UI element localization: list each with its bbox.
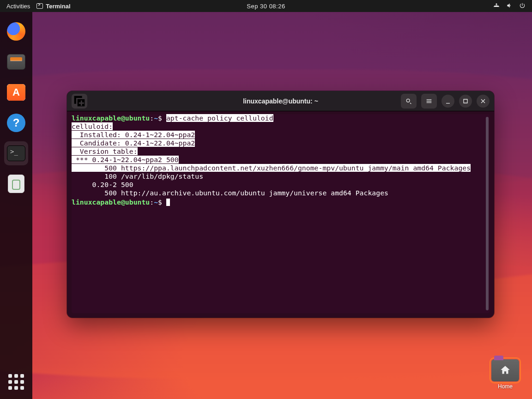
maximize-icon: [462, 97, 469, 105]
window-titlebar[interactable]: linuxcapable@ubuntu: ~: [67, 91, 494, 111]
new-tab-icon: [72, 93, 87, 109]
focused-app-name: Terminal: [46, 3, 70, 10]
terminal-icon: [7, 145, 25, 161]
search-button[interactable]: [401, 94, 417, 109]
dock-item-software[interactable]: [4, 80, 28, 104]
volume-icon[interactable]: [506, 2, 513, 10]
search-icon: [405, 97, 412, 105]
window-title: linuxcapable@ubuntu: ~: [243, 97, 318, 105]
new-tab-button[interactable]: [72, 94, 87, 109]
desktop-home-folder[interactable]: Home: [491, 359, 519, 390]
dock-item-firefox[interactable]: [4, 19, 28, 43]
home-folder-icon: [491, 359, 519, 381]
top-bar: Activities Terminal Sep 30 08:26: [0, 0, 532, 12]
minimize-icon: [444, 97, 452, 105]
focused-app-menu[interactable]: Terminal: [36, 3, 70, 10]
dock: ?: [0, 12, 32, 399]
close-icon: [479, 97, 487, 105]
power-icon[interactable]: [519, 2, 526, 10]
software-center-icon: [7, 84, 25, 101]
dock-item-files[interactable]: [4, 50, 28, 74]
desktop-home-label: Home: [498, 383, 513, 390]
terminal-viewport[interactable]: linuxcapable@ubuntu:~$ apt-cache policy …: [72, 114, 490, 313]
apps-grid-icon: [8, 374, 24, 390]
dock-item-terminal[interactable]: [4, 141, 28, 165]
terminal-window: linuxcapable@ubuntu: ~ linuxcapable@ubun…: [67, 91, 494, 318]
activities-button[interactable]: Activities: [6, 3, 30, 10]
terminal-scrollbar[interactable]: [486, 117, 489, 310]
show-applications-button[interactable]: [0, 374, 32, 390]
hamburger-menu-button[interactable]: [421, 94, 437, 109]
clock[interactable]: Sep 30 08:26: [247, 3, 285, 10]
network-icon[interactable]: [493, 2, 500, 10]
minimize-button[interactable]: [441, 95, 454, 108]
trash-icon: [8, 175, 24, 193]
files-icon: [7, 54, 25, 70]
dock-item-trash[interactable]: [4, 172, 28, 196]
maximize-button[interactable]: [459, 95, 472, 108]
help-icon: ?: [7, 114, 25, 132]
terminal-app-icon: [36, 3, 43, 9]
hamburger-icon: [425, 97, 433, 105]
firefox-icon: [7, 22, 25, 41]
terminal-content[interactable]: linuxcapable@ubuntu:~$ apt-cache policy …: [72, 114, 490, 206]
close-button[interactable]: [477, 95, 490, 108]
dock-item-help[interactable]: ?: [4, 111, 28, 135]
